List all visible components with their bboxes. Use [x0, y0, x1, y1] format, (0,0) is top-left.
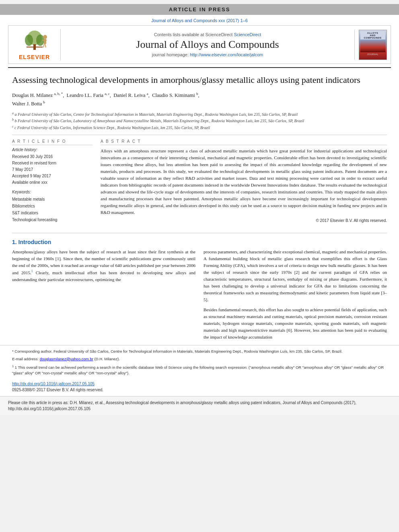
email-suffix: (D.H. Milanez). — [95, 357, 120, 361]
intro-para-right-2: Besides fundamental research, this effor… — [204, 306, 387, 341]
keyword-3: S&T indicators — [12, 210, 93, 216]
affiliation-b: b b Federal University of São Carlos, La… — [12, 117, 387, 124]
journal-citation: Journal of Alloys and Compounds xxx (201… — [8, 18, 391, 23]
authors-line: Douglas H. Milanez a, b, *, Leandro I.L.… — [12, 91, 387, 108]
copyright-line: © 2017 Elsevier B.V. All rights reserved… — [101, 218, 387, 223]
intro-col-left: Amorphous/glassy alloys have been the su… — [12, 249, 195, 341]
issn-line: 0925-8388/© 2017 Elsevier B.V. All right… — [12, 388, 387, 392]
svg-point-5 — [43, 35, 47, 39]
article-in-press-banner: ARTICLE IN PRESS — [0, 4, 399, 15]
journal-homepage: journal homepage: http://www.elsevier.co… — [65, 52, 350, 57]
author-leiva: Daniel R. Leiva — [113, 92, 146, 98]
intro-col-right: process parameters, and characterizing t… — [204, 249, 387, 341]
doi-link[interactable]: http://dx.doi.org/10.1016/j.jallcom.2017… — [12, 382, 387, 386]
keywords-list: Metastable metals Bibliometrics S&T indi… — [12, 196, 93, 223]
received-date: Received 30 July 2016 — [12, 154, 93, 160]
article-info-column: A R T I C L E I N F O Article history: R… — [12, 139, 93, 223]
article-title: Assessing technological developments in … — [12, 74, 387, 86]
available-online: Available online xxx — [12, 179, 93, 186]
sciencedirect-link[interactable]: ScienceDirect — [234, 32, 261, 37]
jac-logo-bottom-text: JOURNAL — [367, 53, 378, 55]
article-dates: Received 30 July 2016 Received in revise… — [12, 154, 93, 186]
elsevier-tree-icon — [19, 29, 51, 53]
affiliation-c: c c Federal University of São Carlos, In… — [12, 124, 387, 131]
section-divider — [12, 233, 387, 233]
introduction-section: 1. Introduction Amorphous/glassy alloys … — [0, 239, 399, 341]
revised-date: 7 May 2017 — [12, 166, 93, 173]
svg-line-8 — [43, 44, 44, 47]
abstract-column: A B S T R A C T Alloys with an amorphous… — [101, 139, 387, 223]
author-kiminami: Claudio S. Kiminami — [152, 92, 195, 98]
author-milanez: Douglas H. Milanez — [12, 92, 53, 98]
email-note: E-mail address: douglasmilanez@yahoo.com… — [12, 356, 387, 362]
svg-line-9 — [45, 44, 46, 47]
svg-point-1 — [25, 35, 33, 46]
accepted-date: Accepted 9 May 2017 — [12, 173, 93, 179]
citation-text: Please cite this article in press as: D.… — [8, 401, 356, 411]
keyword-4: Technological forecasting — [12, 216, 93, 223]
received-revised-label: Received in revised form — [12, 160, 93, 166]
journal-header-area: Journal of Alloys and Compounds xxx (201… — [0, 15, 399, 64]
journal-title: Journal of Alloys and Compounds — [65, 39, 350, 51]
jac-logo-abbr: ALLOYSANDCOMPOUNDS — [360, 31, 385, 39]
main-content: Assessing technological developments in … — [0, 68, 399, 227]
journal-center: Contents lists available at ScienceDirec… — [65, 32, 350, 57]
footnote-1: 1 1 This overall trend can be achieved p… — [12, 364, 387, 376]
email-label: E-mail address: — [12, 357, 39, 361]
author-faria: Leandro I.L. Faria — [67, 92, 104, 98]
affiliations: a a Federal University of São Carlos, Ce… — [12, 111, 387, 131]
introduction-columns: Amorphous/glassy alloys have been the su… — [12, 249, 387, 341]
elsevier-wordmark: ELSEVIER — [19, 54, 50, 60]
homepage-url[interactable]: http://www.elsevier.com/locate/jalcom — [190, 52, 263, 57]
jac-logo-color-block — [360, 40, 385, 52]
citation-box: Please cite this article in press as: D.… — [0, 396, 399, 415]
info-abstract-section: A R T I C L E I N F O Article history: R… — [12, 139, 387, 223]
sciencedirect-line: Contents lists available at ScienceDirec… — [65, 32, 350, 37]
abstract-heading: A B S T R A C T — [101, 139, 387, 145]
author-botta: Walter J. Botta — [12, 101, 42, 107]
homepage-label: journal homepage: — [152, 52, 189, 57]
corresponding-author-note: * Corresponding author. Federal Universi… — [12, 349, 387, 354]
article-history-label: Article history: — [12, 148, 93, 152]
affiliation-a: a a Federal University of São Carlos, Ce… — [12, 111, 387, 117]
elsevier-logo: ELSEVIER — [12, 29, 61, 60]
intro-para-right-1: process parameters, and characterizing t… — [204, 249, 387, 303]
keyword-2: Bibliometrics — [12, 203, 93, 210]
contents-available-text: Contents lists available at ScienceDirec… — [154, 32, 233, 37]
footnote-1-text: 1 This overall trend can be achieved per… — [12, 365, 384, 375]
journal-logo-right: ALLOYSANDCOMPOUNDS JOURNAL — [354, 30, 387, 60]
journal-header-box: ELSEVIER Contents lists available at Sci… — [8, 25, 391, 64]
email-link[interactable]: douglasmilanez@yahoo.com.br — [40, 357, 93, 361]
abstract-text: Alloys with an amorphous structure repre… — [101, 148, 387, 216]
content-divider-top — [12, 135, 387, 135]
keywords-label: Keywords: — [12, 190, 93, 194]
corresponding-author-text: * Corresponding author. Federal Universi… — [12, 349, 342, 353]
intro-para-1: Amorphous/glassy alloys have been the su… — [12, 249, 195, 283]
svg-rect-6 — [44, 39, 46, 44]
footnotes-area: * Corresponding author. Federal Universi… — [0, 345, 399, 380]
introduction-heading: 1. Introduction — [12, 239, 387, 245]
article-info-heading: A R T I C L E I N F O — [12, 139, 93, 145]
keyword-1: Metastable metals — [12, 196, 93, 203]
jac-logo-box: ALLOYSANDCOMPOUNDS JOURNAL — [359, 30, 387, 60]
